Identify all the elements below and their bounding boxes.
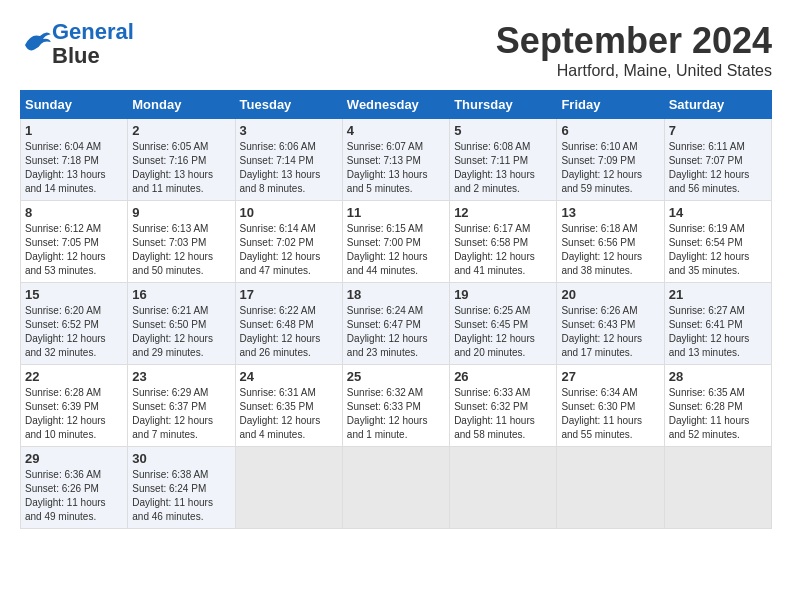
day-info: Sunrise: 6:17 AMSunset: 6:58 PMDaylight:… (454, 222, 552, 278)
calendar-cell: 28Sunrise: 6:35 AMSunset: 6:28 PMDayligh… (664, 365, 771, 447)
day-number: 7 (669, 123, 767, 138)
day-number: 24 (240, 369, 338, 384)
day-number: 20 (561, 287, 659, 302)
header-cell-thursday: Thursday (450, 91, 557, 119)
day-info: Sunrise: 6:08 AMSunset: 7:11 PMDaylight:… (454, 140, 552, 196)
calendar-cell: 23Sunrise: 6:29 AMSunset: 6:37 PMDayligh… (128, 365, 235, 447)
header-cell-sunday: Sunday (21, 91, 128, 119)
calendar-table: SundayMondayTuesdayWednesdayThursdayFrid… (20, 90, 772, 529)
header-cell-wednesday: Wednesday (342, 91, 449, 119)
day-info: Sunrise: 6:38 AMSunset: 6:24 PMDaylight:… (132, 468, 230, 524)
day-number: 16 (132, 287, 230, 302)
day-number: 5 (454, 123, 552, 138)
calendar-cell (450, 447, 557, 529)
day-info: Sunrise: 6:32 AMSunset: 6:33 PMDaylight:… (347, 386, 445, 442)
day-info: Sunrise: 6:36 AMSunset: 6:26 PMDaylight:… (25, 468, 123, 524)
calendar-cell: 14Sunrise: 6:19 AMSunset: 6:54 PMDayligh… (664, 201, 771, 283)
day-info: Sunrise: 6:15 AMSunset: 7:00 PMDaylight:… (347, 222, 445, 278)
day-info: Sunrise: 6:11 AMSunset: 7:07 PMDaylight:… (669, 140, 767, 196)
day-info: Sunrise: 6:19 AMSunset: 6:54 PMDaylight:… (669, 222, 767, 278)
calendar-cell: 29Sunrise: 6:36 AMSunset: 6:26 PMDayligh… (21, 447, 128, 529)
calendar-cell: 1Sunrise: 6:04 AMSunset: 7:18 PMDaylight… (21, 119, 128, 201)
calendar-cell: 4Sunrise: 6:07 AMSunset: 7:13 PMDaylight… (342, 119, 449, 201)
day-number: 17 (240, 287, 338, 302)
day-info: Sunrise: 6:07 AMSunset: 7:13 PMDaylight:… (347, 140, 445, 196)
day-number: 26 (454, 369, 552, 384)
day-number: 2 (132, 123, 230, 138)
day-info: Sunrise: 6:24 AMSunset: 6:47 PMDaylight:… (347, 304, 445, 360)
day-number: 18 (347, 287, 445, 302)
header-cell-tuesday: Tuesday (235, 91, 342, 119)
calendar-cell: 24Sunrise: 6:31 AMSunset: 6:35 PMDayligh… (235, 365, 342, 447)
calendar-cell: 15Sunrise: 6:20 AMSunset: 6:52 PMDayligh… (21, 283, 128, 365)
day-info: Sunrise: 6:10 AMSunset: 7:09 PMDaylight:… (561, 140, 659, 196)
day-number: 19 (454, 287, 552, 302)
calendar-cell: 22Sunrise: 6:28 AMSunset: 6:39 PMDayligh… (21, 365, 128, 447)
calendar-cell: 21Sunrise: 6:27 AMSunset: 6:41 PMDayligh… (664, 283, 771, 365)
calendar-cell (557, 447, 664, 529)
day-number: 12 (454, 205, 552, 220)
calendar-cell (235, 447, 342, 529)
calendar-cell: 6Sunrise: 6:10 AMSunset: 7:09 PMDaylight… (557, 119, 664, 201)
day-number: 28 (669, 369, 767, 384)
month-title: September 2024 (496, 20, 772, 62)
day-number: 15 (25, 287, 123, 302)
logo-text: GeneralBlue (52, 20, 134, 68)
day-info: Sunrise: 6:06 AMSunset: 7:14 PMDaylight:… (240, 140, 338, 196)
day-number: 25 (347, 369, 445, 384)
calendar-cell (664, 447, 771, 529)
day-info: Sunrise: 6:22 AMSunset: 6:48 PMDaylight:… (240, 304, 338, 360)
day-number: 6 (561, 123, 659, 138)
location: Hartford, Maine, United States (496, 62, 772, 80)
day-number: 3 (240, 123, 338, 138)
day-number: 4 (347, 123, 445, 138)
calendar-cell: 2Sunrise: 6:05 AMSunset: 7:16 PMDaylight… (128, 119, 235, 201)
day-info: Sunrise: 6:33 AMSunset: 6:32 PMDaylight:… (454, 386, 552, 442)
calendar-week-row: 15Sunrise: 6:20 AMSunset: 6:52 PMDayligh… (21, 283, 772, 365)
header-cell-friday: Friday (557, 91, 664, 119)
logo: GeneralBlue (20, 20, 134, 68)
day-info: Sunrise: 6:26 AMSunset: 6:43 PMDaylight:… (561, 304, 659, 360)
calendar-cell: 16Sunrise: 6:21 AMSunset: 6:50 PMDayligh… (128, 283, 235, 365)
header-cell-monday: Monday (128, 91, 235, 119)
title-block: September 2024 Hartford, Maine, United S… (496, 20, 772, 80)
day-number: 30 (132, 451, 230, 466)
page-header: GeneralBlue September 2024 Hartford, Mai… (20, 20, 772, 80)
calendar-cell: 19Sunrise: 6:25 AMSunset: 6:45 PMDayligh… (450, 283, 557, 365)
calendar-cell: 13Sunrise: 6:18 AMSunset: 6:56 PMDayligh… (557, 201, 664, 283)
day-info: Sunrise: 6:21 AMSunset: 6:50 PMDaylight:… (132, 304, 230, 360)
day-number: 1 (25, 123, 123, 138)
calendar-week-row: 8Sunrise: 6:12 AMSunset: 7:05 PMDaylight… (21, 201, 772, 283)
calendar-cell: 8Sunrise: 6:12 AMSunset: 7:05 PMDaylight… (21, 201, 128, 283)
day-info: Sunrise: 6:13 AMSunset: 7:03 PMDaylight:… (132, 222, 230, 278)
day-info: Sunrise: 6:25 AMSunset: 6:45 PMDaylight:… (454, 304, 552, 360)
calendar-cell: 10Sunrise: 6:14 AMSunset: 7:02 PMDayligh… (235, 201, 342, 283)
day-number: 8 (25, 205, 123, 220)
day-number: 9 (132, 205, 230, 220)
day-info: Sunrise: 6:12 AMSunset: 7:05 PMDaylight:… (25, 222, 123, 278)
day-number: 13 (561, 205, 659, 220)
calendar-cell: 5Sunrise: 6:08 AMSunset: 7:11 PMDaylight… (450, 119, 557, 201)
day-number: 14 (669, 205, 767, 220)
calendar-cell: 9Sunrise: 6:13 AMSunset: 7:03 PMDaylight… (128, 201, 235, 283)
day-info: Sunrise: 6:28 AMSunset: 6:39 PMDaylight:… (25, 386, 123, 442)
day-number: 22 (25, 369, 123, 384)
calendar-cell: 7Sunrise: 6:11 AMSunset: 7:07 PMDaylight… (664, 119, 771, 201)
day-number: 11 (347, 205, 445, 220)
day-number: 21 (669, 287, 767, 302)
calendar-cell: 20Sunrise: 6:26 AMSunset: 6:43 PMDayligh… (557, 283, 664, 365)
header-row: SundayMondayTuesdayWednesdayThursdayFrid… (21, 91, 772, 119)
day-info: Sunrise: 6:04 AMSunset: 7:18 PMDaylight:… (25, 140, 123, 196)
calendar-week-row: 1Sunrise: 6:04 AMSunset: 7:18 PMDaylight… (21, 119, 772, 201)
calendar-cell: 18Sunrise: 6:24 AMSunset: 6:47 PMDayligh… (342, 283, 449, 365)
header-cell-saturday: Saturday (664, 91, 771, 119)
calendar-cell: 17Sunrise: 6:22 AMSunset: 6:48 PMDayligh… (235, 283, 342, 365)
day-info: Sunrise: 6:35 AMSunset: 6:28 PMDaylight:… (669, 386, 767, 442)
calendar-cell: 30Sunrise: 6:38 AMSunset: 6:24 PMDayligh… (128, 447, 235, 529)
calendar-week-row: 29Sunrise: 6:36 AMSunset: 6:26 PMDayligh… (21, 447, 772, 529)
calendar-week-row: 22Sunrise: 6:28 AMSunset: 6:39 PMDayligh… (21, 365, 772, 447)
day-info: Sunrise: 6:18 AMSunset: 6:56 PMDaylight:… (561, 222, 659, 278)
day-info: Sunrise: 6:34 AMSunset: 6:30 PMDaylight:… (561, 386, 659, 442)
day-number: 23 (132, 369, 230, 384)
day-number: 29 (25, 451, 123, 466)
